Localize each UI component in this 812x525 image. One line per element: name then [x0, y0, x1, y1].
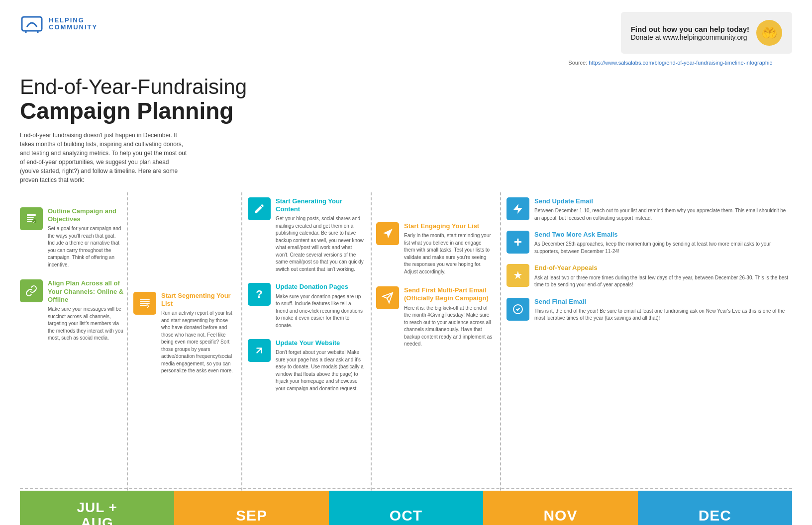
item-donation-pages-text: Update Donation Pages Make sure your don…	[276, 283, 365, 329]
month-sep: SEP	[174, 491, 328, 525]
item-align-plan-title: Align Plan Across all of Your Channels: …	[48, 279, 124, 304]
month-jul-aug: JUL + AUG	[20, 491, 174, 525]
svg-rect-6	[27, 221, 33, 222]
item-engaging-list-body: Early in the month, start reminding your…	[404, 232, 493, 275]
item-generating-content-title: Start Generating Your Content	[276, 197, 365, 214]
item-align-plan: Align Plan Across all of Your Channels: …	[20, 279, 124, 342]
item-donation-pages-body: Make sure your donation pages are up to …	[276, 293, 365, 330]
col-oct: Start Generating Your Content Get your b…	[248, 192, 365, 393]
item-final-email-text: Send Final Email This is it, the end of …	[534, 298, 790, 322]
svg-rect-10	[140, 301, 150, 302]
item-eoy-appeals-text: End-of-Year Appeals Ask at least two or …	[534, 264, 790, 288]
icon-align-plan	[20, 279, 43, 302]
item-outline-campaign-body: Set a goal for your campaign and the way…	[48, 225, 124, 268]
icon-eoy-appeals: ★	[507, 264, 529, 287]
item-donation-pages-title: Update Donation Pages	[276, 283, 365, 291]
item-final-email: Send Final Email This is it, the end of …	[507, 298, 790, 322]
item-update-website-body: Don't forget about your website! Make su…	[276, 349, 365, 392]
source-line: Source: https://www.salsalabs.com/blog/e…	[568, 60, 792, 66]
item-align-plan-body: Make sure your messages will be succinct…	[48, 306, 124, 342]
icon-generating-content	[248, 197, 271, 220]
main-title: End-of-Year-Fundraising Campaign Plannin…	[0, 66, 812, 124]
icon-two-more-emails: +	[507, 231, 529, 254]
item-two-more-emails-text: Send Two More Ask Emails As December 25t…	[534, 231, 790, 255]
item-engaging-list-title: Start Engaging Your List	[404, 222, 493, 230]
svg-rect-0	[22, 17, 42, 31]
item-first-email: Send First Multi-Part Email (Officially …	[376, 286, 493, 348]
col-sep: Start Segmenting Your List Run an activi…	[133, 192, 235, 375]
item-final-email-title: Send Final Email	[534, 298, 790, 306]
vsep-1	[127, 192, 128, 525]
col-jul-aug: ✓ Outline Campaign and Objectives Set a …	[20, 192, 124, 353]
item-first-email-text: Send First Multi-Part Email (Officially …	[404, 286, 493, 348]
icon-engaging-list	[376, 222, 399, 245]
item-outline-campaign-text: Outline Campaign and Objectives Set a go…	[48, 207, 124, 269]
item-generating-content-body: Get your blog posts, social shares and m…	[276, 215, 365, 273]
source-label: Source:	[568, 60, 587, 66]
donate-title: Find out how you can help today!	[631, 25, 749, 33]
item-outline-campaign: ✓ Outline Campaign and Objectives Set a …	[20, 207, 124, 269]
item-engaging-list: Start Engaging Your List Early in the mo…	[376, 222, 493, 275]
icon-update-website	[248, 339, 271, 362]
donate-url: Donate at www.helpingcommunity.org	[631, 33, 749, 41]
item-update-email: Send Update Email Between December 1-10,…	[507, 197, 790, 222]
icon-update-email	[507, 197, 529, 220]
month-nov: NOV	[483, 491, 637, 525]
svg-rect-11	[140, 303, 150, 304]
item-segmenting-body: Run an activity report of your list and …	[161, 310, 235, 375]
source-url: https://www.salsalabs.com/blog/end-of-ye…	[589, 60, 772, 66]
icon-outline-campaign: ✓	[20, 207, 43, 230]
month-oct: OCT	[329, 491, 483, 525]
logo: HELPING COMMUNITY	[20, 12, 98, 36]
item-update-email-body: Between December 1-10, reach out to your…	[534, 207, 790, 222]
item-update-email-text: Send Update Email Between December 1-10,…	[534, 197, 790, 222]
item-final-email-body: This is it, the end of the year! Be sure…	[534, 308, 790, 322]
item-generating-content: Start Generating Your Content Get your b…	[248, 197, 365, 273]
donate-box: Find out how you can help today! Donate …	[621, 12, 792, 54]
vsep-3	[371, 192, 372, 525]
item-outline-campaign-title: Outline Campaign and Objectives	[48, 207, 124, 224]
vsep-4	[500, 192, 501, 525]
svg-text:✓: ✓	[33, 220, 36, 224]
item-first-email-body: Here it is: the big kick-off at the end …	[404, 305, 493, 348]
month-dec: DEC	[638, 491, 792, 525]
item-donation-pages: ? Update Donation Pages Make sure your d…	[248, 283, 365, 329]
icon-final-email	[507, 298, 529, 321]
svg-rect-9	[140, 299, 150, 300]
item-update-email-title: Send Update Email	[534, 197, 790, 205]
item-eoy-appeals-body: Ask at least two or three more times dur…	[534, 274, 790, 289]
item-two-more-emails: + Send Two More Ask Emails As December 2…	[507, 231, 790, 255]
logo-community: COMMUNITY	[49, 24, 98, 31]
item-update-website-title: Update Your Website	[276, 339, 365, 347]
item-engaging-list-text: Start Engaging Your List Early in the mo…	[404, 222, 493, 275]
item-segmenting: Start Segmenting Your List Run an activi…	[133, 292, 235, 375]
vsep-2	[241, 192, 242, 525]
header: HELPING COMMUNITY Find out how you can h…	[0, 0, 812, 66]
item-update-website-text: Update Your Website Don't forget about y…	[276, 339, 365, 392]
icon-donation-pages: ?	[248, 283, 271, 306]
title-line1: End-of-Year-Fundraising	[20, 76, 792, 98]
item-eoy-appeals-title: End-of-Year Appeals	[534, 264, 790, 272]
svg-rect-12	[140, 305, 147, 306]
months-row: JUL + AUG SEP OCT NOV DEC	[20, 491, 792, 525]
item-first-email-title: Send First Multi-Part Email (Officially …	[404, 286, 493, 303]
icon-segmenting	[133, 292, 156, 315]
logo-text: HELPING COMMUNITY	[49, 17, 98, 31]
svg-rect-4	[27, 217, 34, 218]
item-segmenting-title: Start Segmenting Your List	[161, 292, 235, 308]
donate-icon: 🤲	[756, 20, 782, 46]
h-connector	[20, 488, 792, 489]
item-eoy-appeals: ★ End-of-Year Appeals Ask at least two o…	[507, 264, 790, 288]
infographic-area: ✓ Outline Campaign and Objectives Set a …	[20, 192, 792, 525]
intro-text: End-of-year fundraising doesn't just hap…	[0, 124, 209, 184]
item-align-plan-text: Align Plan Across all of Your Channels: …	[48, 279, 124, 342]
item-update-website: Update Your Website Don't forget about y…	[248, 339, 365, 392]
title-line2: Campaign Planning	[20, 98, 792, 124]
logo-icon	[20, 12, 44, 36]
item-two-more-emails-title: Send Two More Ask Emails	[534, 231, 790, 239]
col-dec: Send Update Email Between December 1-10,…	[507, 192, 790, 322]
item-two-more-emails-body: As December 25th approaches, keep the mo…	[534, 241, 790, 255]
svg-rect-3	[27, 214, 36, 216]
icon-first-email	[376, 286, 399, 309]
item-segmenting-text: Start Segmenting Your List Run an activi…	[161, 292, 235, 375]
